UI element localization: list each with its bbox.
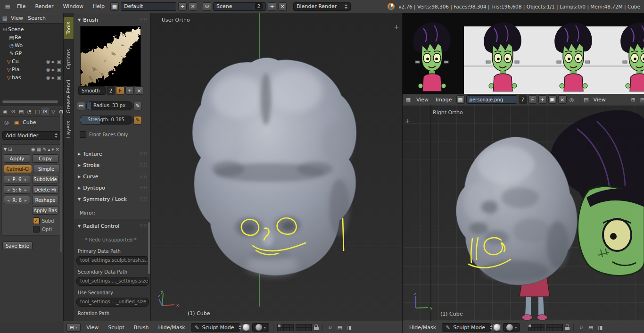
tab-tools[interactable]: Tools — [64, 17, 74, 39]
properties-scrollbar[interactable] — [60, 111, 62, 252]
visibility-eye-icon[interactable]: ◉ — [46, 58, 50, 66]
renderability-camera-icon[interactable]: ▣ — [57, 58, 61, 66]
outliner-row-gpencil[interactable]: ✎ GP — [2, 50, 63, 58]
world-tab-icon[interactable]: ◔ — [25, 108, 33, 115]
brush-panel-header[interactable]: ▼Brush⠿⠿ — [78, 17, 148, 23]
apply-base-button[interactable]: Apply Bas — [32, 206, 58, 215]
layers-tab-icon[interactable]: ▤ — [17, 108, 25, 115]
image-editor[interactable]: ▦ View Image ▦ personaje.png 7 F + ▣ × ◎… — [402, 13, 644, 105]
delete-layout-button[interactable]: × — [189, 2, 197, 11]
add-modifier-dropdown[interactable]: Add Modifier — [2, 131, 61, 140]
brush-preview[interactable] — [80, 26, 141, 86]
panel-grip-icon[interactable]: ⠿⠿ — [140, 151, 148, 157]
delete-higher-button[interactable]: Delete Hi — [32, 185, 58, 194]
modifier-movedown-icon[interactable]: ▾ — [52, 147, 54, 152]
snap-magnet-icon[interactable]: ∪ — [578, 324, 585, 331]
viewport-main[interactable]: User Ortho (1) Cube + x y z — [151, 13, 402, 321]
menu-window[interactable]: Window — [59, 3, 87, 9]
render-tab-icon[interactable]: ◉ — [1, 108, 9, 115]
data-tab-icon[interactable]: ▽ — [50, 108, 57, 115]
stroke-panel-header[interactable]: ▶Stroke⠿⠿ — [78, 162, 148, 168]
add-scene-button[interactable]: + — [268, 2, 276, 11]
secondary-data-path-field[interactable]: tool_settings...._settings.size — [76, 277, 149, 286]
redo-panel-scrollbar[interactable] — [148, 222, 150, 274]
curve-panel-header[interactable]: ▶Curve⠿⠿ — [78, 174, 148, 180]
snap-element-icon[interactable]: ▤ — [587, 324, 594, 331]
scene-field[interactable]: Scene 2 — [213, 2, 266, 11]
subdivide-uvs-checkbox[interactable] — [33, 217, 40, 224]
region-expand-icon[interactable]: + — [405, 117, 410, 124]
modifier-view-toggle-icon[interactable]: ▦ — [37, 147, 41, 152]
layout-icon[interactable]: ▤ — [639, 96, 644, 103]
selectability-icon[interactable]: ► — [52, 66, 56, 74]
outliner-row-scene[interactable]: ⊙ Scene — [2, 25, 63, 33]
catmull-clark-button[interactable]: Catmul-Cl — [4, 165, 32, 173]
selectability-icon[interactable]: ► — [52, 74, 56, 82]
render-opengl-icon[interactable]: ◨ — [346, 324, 353, 331]
outliner-row-base[interactable]: ▽ bas ◉ ► ▣ — [2, 74, 63, 82]
render-engine-select[interactable]: Blender Render — [293, 2, 351, 11]
screen-layout-field[interactable]: Default — [121, 2, 176, 11]
scene-browse-icon[interactable]: ⊙ — [203, 2, 211, 11]
render-level-stepper[interactable]: ◂R: 6▸ — [4, 196, 30, 204]
dyntopo-panel-header[interactable]: ▶Dyntopo⠿⠿ — [78, 185, 148, 191]
viewport-shading-dropdown[interactable]: ▾ — [252, 323, 269, 332]
modifier-moveup-icon[interactable]: ▴ — [48, 147, 50, 152]
pin-icon[interactable]: ◎ — [3, 118, 10, 126]
snap-element-icon[interactable]: ▤ — [336, 324, 344, 331]
outliner-row-plane[interactable]: ▽ Pla ◉ ► ▣ — [2, 66, 63, 74]
new-brush-button[interactable]: + — [125, 86, 134, 95]
tab-options[interactable]: Options — [64, 44, 74, 74]
modifier-edit-toggle-icon[interactable]: ✎ — [42, 147, 46, 152]
reshape-button[interactable]: Reshape — [32, 196, 58, 204]
image-users-count[interactable]: 7 — [519, 95, 527, 104]
scene-users-count[interactable]: 2 — [255, 3, 263, 9]
unlink-brush-button[interactable]: × — [135, 86, 143, 95]
panel-grip-icon[interactable]: ⠿⠿ — [140, 197, 148, 202]
modifier-render-toggle-icon[interactable]: ◉ — [31, 147, 35, 152]
image-fake-user-button[interactable]: F — [528, 95, 537, 104]
subdivide-button[interactable]: Subdivide — [32, 175, 58, 183]
image-name-field[interactable]: personaje.png — [466, 95, 517, 104]
renderability-camera-icon[interactable]: ▣ — [57, 74, 61, 82]
brush-name-field[interactable]: Smooth — [78, 86, 106, 95]
apply-button[interactable]: Apply — [4, 154, 30, 163]
texture-panel-header[interactable]: ▶Texture⠿⠿ — [78, 151, 148, 157]
radius-unit-icon[interactable]: ▭ — [77, 102, 85, 110]
matcap-sphere-icon[interactable] — [493, 323, 501, 332]
menu-help[interactable]: Help — [89, 3, 108, 9]
outliner-menu-search[interactable]: Search — [25, 15, 48, 21]
panel-grip-icon[interactable]: ⠿⠿ — [140, 174, 148, 179]
lock-icon[interactable] — [314, 327, 319, 330]
view-menu[interactable]: View — [83, 325, 102, 331]
viewport-shading-dropdown[interactable]: ▾ — [503, 323, 520, 332]
layers-widget[interactable] — [546, 324, 563, 331]
pack-image-icon[interactable]: ▣ — [548, 95, 557, 104]
tab-layers[interactable]: Layers — [64, 116, 74, 142]
menu-file[interactable]: File — [13, 3, 29, 9]
delete-scene-button[interactable]: × — [278, 2, 287, 11]
image-menu-view[interactable]: View — [413, 97, 431, 103]
snap-magnet-icon[interactable]: ∪ — [327, 324, 334, 331]
expand-modifier-icon[interactable]: ▼ — [4, 147, 7, 151]
modifier-tab-icon[interactable]: ⊡ — [41, 108, 49, 115]
pin-icon[interactable]: ◎ — [568, 96, 576, 103]
tab-grease-pencil[interactable]: Grease Pencil — [64, 74, 74, 118]
outliner-row-renderlayers[interactable]: ▤ Re — [2, 33, 63, 42]
hide-mask-menu[interactable]: Hide/Mask — [154, 325, 189, 331]
panel-grip-icon[interactable]: ⠿⠿ — [140, 185, 148, 191]
region-expand-icon[interactable]: + — [394, 24, 399, 30]
render-opengl-icon[interactable]: ◨ — [596, 324, 604, 331]
screen-layout-browse-icon[interactable]: ▦ — [110, 2, 119, 11]
radial-control-panel-header[interactable]: ▼Radial Control⠿⠿ — [78, 223, 148, 229]
modifier-delete-icon[interactable]: × — [56, 147, 59, 152]
grid-icon[interactable]: ⊞ — [629, 96, 637, 103]
object-tab-icon[interactable]: □ — [33, 108, 41, 115]
editor-type-icon-image[interactable]: ▦ — [405, 96, 412, 103]
optimal-display-checkbox[interactable] — [33, 226, 40, 233]
visibility-eye-icon[interactable]: ◉ — [46, 74, 50, 82]
outliner-row-world[interactable]: ◔ Wo — [2, 42, 63, 50]
image-browse-icon[interactable]: ▦ — [456, 95, 465, 104]
add-layout-button[interactable]: + — [178, 2, 187, 11]
primary-data-path-field[interactable]: tool_settings.sculpt.brush.s... — [76, 256, 149, 265]
